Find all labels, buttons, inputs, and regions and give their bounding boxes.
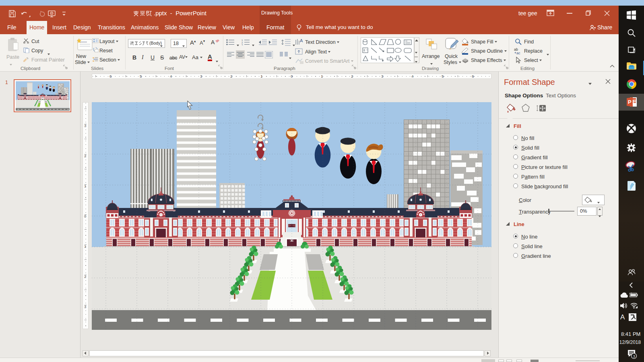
svg-text:ac: ac: [516, 51, 520, 55]
svg-text:A: A: [211, 39, 215, 45]
svg-text:3: 3: [242, 44, 243, 46]
svg-text:P: P: [628, 99, 632, 105]
svg-text:A: A: [300, 38, 303, 43]
svg-text:3: 3: [633, 354, 635, 358]
